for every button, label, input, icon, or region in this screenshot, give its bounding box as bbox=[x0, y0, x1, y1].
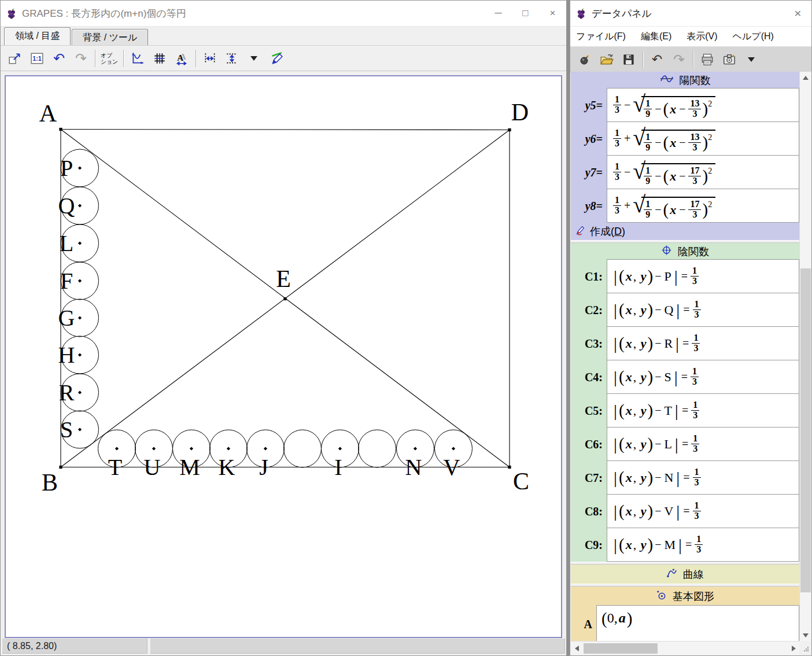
circle-center-dot bbox=[414, 447, 417, 450]
circle-center-dot bbox=[338, 447, 342, 450]
curve-expression-input[interactable]: |(x, y)−M|=13 bbox=[607, 528, 799, 562]
h-scale-icon[interactable] bbox=[199, 48, 221, 69]
circle-label-R: R bbox=[59, 379, 75, 406]
curve-expression-input[interactable]: |(x, y)−T|=13 bbox=[607, 393, 799, 427]
vertical-scrollbar[interactable] bbox=[799, 72, 811, 641]
panel-undo-icon[interactable]: ↶ bbox=[646, 49, 668, 70]
explicit-function-row: y8=13+√19−(x−173)2 bbox=[571, 189, 799, 223]
implicit-functions-header[interactable]: 陰関数 bbox=[571, 243, 799, 260]
function-name-label: y7= bbox=[571, 156, 607, 189]
circle-center-dot bbox=[190, 447, 193, 450]
graph-drawing: PQLFGHRSTUMKJINVABCDE bbox=[6, 76, 561, 637]
function-name-label: y6= bbox=[571, 122, 607, 156]
horizontal-scrollbar[interactable] bbox=[571, 641, 799, 655]
status-cell-empty bbox=[150, 638, 565, 654]
main-toolbar: 1:1 ↶ ↷ オプション AA bbox=[1, 46, 566, 71]
circle-label-L: L bbox=[60, 230, 73, 256]
circle-center-dot bbox=[152, 447, 156, 450]
implicit-function-icon bbox=[661, 245, 672, 259]
vertex-dot-D[interactable] bbox=[508, 128, 511, 131]
panel-content: 陽関数 y5=13−√19−(x−133)2y6=13+√19−(x−133)2… bbox=[571, 72, 799, 641]
toolbar-separator bbox=[195, 50, 196, 67]
curve-name-label: C5: bbox=[571, 394, 607, 427]
vertical-scroll-thumb[interactable] bbox=[800, 268, 811, 592]
more-dropdown-icon[interactable] bbox=[243, 48, 265, 69]
explicit-function-row: y6=13+√19−(x−133)2 bbox=[571, 122, 799, 156]
toolbar-separator bbox=[693, 51, 693, 68]
shape-expression-input[interactable]: (0, a) bbox=[596, 605, 799, 641]
new-bomb-icon[interactable] bbox=[574, 49, 596, 70]
unit-circle[interactable] bbox=[359, 430, 396, 467]
curve-name-label: C1: bbox=[571, 260, 607, 293]
open-folder-icon[interactable] bbox=[596, 49, 618, 70]
menu-view[interactable]: 表示(V) bbox=[686, 31, 717, 43]
curve-expression-input[interactable]: |(x, y)−L|=13 bbox=[607, 427, 799, 461]
grid-settings-icon[interactable] bbox=[149, 48, 171, 69]
function-expression-input[interactable]: 13+√19−(x−133)2 bbox=[607, 121, 799, 156]
curve-expression-input[interactable]: |(x, y)−S|=13 bbox=[607, 360, 799, 394]
main-statusbar: ( 8.85, 2.80) bbox=[2, 638, 565, 654]
graph-canvas[interactable]: PQLFGHRSTUMKJINVABCDE bbox=[5, 75, 562, 638]
redo-icon: ↷ bbox=[70, 48, 92, 69]
function-expression-input[interactable]: 13+√19−(x−173)2 bbox=[607, 189, 799, 223]
tab-region-scale[interactable]: 領域 / 目盛 bbox=[4, 27, 71, 45]
v-scale-icon[interactable] bbox=[221, 48, 243, 69]
panel-more-dropdown-icon[interactable] bbox=[740, 49, 762, 70]
function-expression-input[interactable]: 13−√19−(x−133)2 bbox=[607, 88, 799, 122]
horizontal-scroll-thumb[interactable] bbox=[584, 643, 658, 654]
svg-text:A: A bbox=[177, 53, 183, 62]
circle-label-T: T bbox=[108, 454, 122, 480]
scroll-down-button[interactable] bbox=[800, 629, 811, 641]
curve-expression-input[interactable]: |(x, y)−V|=13 bbox=[607, 494, 799, 528]
curve-expression-input[interactable]: |(x, y)−N|=13 bbox=[607, 460, 799, 495]
create-button[interactable]: 作成(D) bbox=[571, 223, 799, 240]
resize-grip[interactable] bbox=[799, 641, 811, 655]
explicit-function-row: y7=13−√19−(x−173)2 bbox=[571, 156, 799, 189]
grapes-main-window: GRAPES : 長方形内の(m+n)個の等円 ─ □ × 領域 / 目盛背景 … bbox=[0, 0, 567, 656]
implicit-function-row: C1:|(x, y)−P|=13 bbox=[571, 260, 799, 293]
circle-label-G: G bbox=[58, 305, 75, 331]
curves-header[interactable]: 曲線 bbox=[571, 565, 799, 584]
circle-label-U: U bbox=[144, 454, 161, 480]
close-button[interactable]: × bbox=[539, 1, 566, 26]
cursor-coordinates: ( 8.85, 2.80) bbox=[2, 638, 147, 654]
function-expression-input[interactable]: 13−√19−(x−173)2 bbox=[607, 155, 799, 189]
vertex-dot-B[interactable] bbox=[59, 466, 62, 469]
scroll-left-button[interactable] bbox=[571, 643, 582, 654]
resize-canvas-icon[interactable] bbox=[4, 48, 26, 69]
screenshot-camera-icon[interactable] bbox=[718, 49, 740, 70]
section-curves: 曲線 bbox=[571, 565, 799, 584]
curve-expression-input[interactable]: |(x, y)−Q|=13 bbox=[607, 293, 799, 327]
curve-expression-input[interactable]: |(x, y)−R|=13 bbox=[607, 326, 799, 360]
scale-1-1-icon[interactable]: 1:1 bbox=[26, 48, 48, 69]
undo-icon[interactable]: ↶ bbox=[48, 48, 70, 69]
circle-center-dot bbox=[78, 166, 82, 169]
vertex-label-D: D bbox=[511, 99, 529, 126]
explicit-functions-header[interactable]: 陽関数 bbox=[571, 72, 799, 89]
print-icon[interactable] bbox=[696, 49, 718, 70]
menu-help[interactable]: ヘルプ(H) bbox=[733, 31, 774, 43]
graph-settings-icon[interactable] bbox=[127, 48, 149, 69]
menu-edit[interactable]: 編集(E) bbox=[641, 31, 671, 43]
save-floppy-icon[interactable] bbox=[618, 49, 640, 70]
unit-circle[interactable] bbox=[284, 430, 322, 467]
tab-background-tools[interactable]: 背景 / ツール bbox=[72, 29, 148, 45]
minimize-button[interactable]: ─ bbox=[485, 1, 512, 26]
panel-close-button[interactable]: × bbox=[784, 1, 811, 26]
pen-tool-icon[interactable] bbox=[265, 48, 287, 69]
vertex-dot-A[interactable] bbox=[59, 128, 62, 131]
curve-icon bbox=[666, 567, 677, 581]
circle-label-K: K bbox=[219, 454, 235, 480]
basic-shapes-header[interactable]: 基本図形 bbox=[571, 587, 799, 606]
maximize-button[interactable]: □ bbox=[512, 1, 539, 26]
options-button[interactable]: オプション bbox=[98, 48, 120, 69]
menu-file[interactable]: ファイル(F) bbox=[576, 31, 626, 43]
circle-center-dot bbox=[78, 427, 82, 431]
scroll-up-button[interactable] bbox=[800, 72, 811, 83]
label-settings-icon[interactable]: AA bbox=[171, 48, 193, 69]
circle-label-V: V bbox=[444, 454, 460, 480]
curve-expression-input[interactable]: |(x, y)−P|=13 bbox=[607, 259, 799, 293]
vertex-dot-E[interactable] bbox=[283, 297, 286, 300]
scroll-right-button[interactable] bbox=[788, 643, 799, 654]
vertex-dot-C[interactable] bbox=[508, 466, 511, 469]
